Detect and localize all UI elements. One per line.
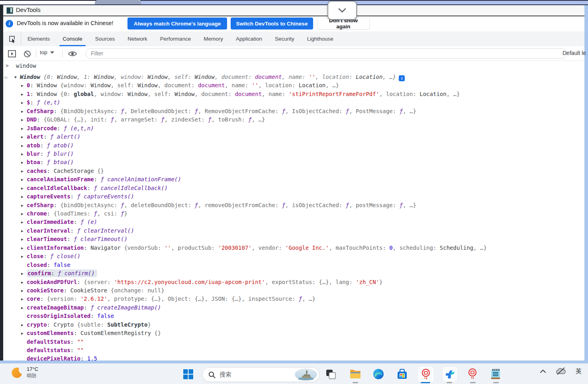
chanjet-tplus-button[interactable]: [442, 366, 458, 382]
console-row[interactable]: ▶1: Window {0: global, window: Window, s…: [3, 90, 584, 98]
disclosure-arrow[interactable]: ▶: [21, 124, 27, 133]
console-row[interactable]: ▶alert: ƒ alert(): [3, 133, 584, 141]
disclosure-arrow[interactable]: ▶: [21, 235, 27, 243]
disclosure-arrow[interactable]: ▶: [21, 252, 27, 261]
pinned-app-seal-button-2[interactable]: [466, 367, 479, 381]
console-row[interactable]: ▶captureEvents: ƒ captureEvents(): [3, 192, 584, 201]
start-button[interactable]: [181, 367, 195, 381]
inspect-element-button[interactable]: [3, 31, 21, 46]
disclosure-arrow[interactable]: ▶: [21, 286, 27, 295]
disclosure-arrow[interactable]: ▼: [14, 73, 20, 81]
disclosure-arrow[interactable]: ▶: [21, 167, 27, 175]
tab-elements[interactable]: Elements: [21, 31, 56, 46]
tray-expand-chevron-icon[interactable]: [540, 369, 546, 373]
console-row[interactable]: ▶clearInterval: ƒ clearInterval(): [3, 227, 584, 235]
console-row[interactable]: ▼Window {0: Window, 1: Window, window: W…: [3, 73, 584, 81]
dropdown-chevron-button[interactable]: [327, 1, 357, 20]
console-row[interactable]: ▶close: ƒ close(): [3, 252, 584, 261]
disclosure-arrow[interactable]: ▶: [21, 158, 27, 167]
switch-to-chinese-button[interactable]: Switch DevTools to Chinese: [231, 18, 313, 29]
console-row[interactable]: ▶crypto: Crypto {subtle: SubtleCrypto}: [3, 321, 584, 329]
pinned-app-seal-button[interactable]: [417, 366, 434, 383]
onedrive-paused-icon[interactable]: [556, 367, 566, 375]
disclosure-arrow[interactable]: ▶: [21, 210, 27, 218]
tab-security[interactable]: Security: [269, 31, 301, 46]
chevron-down-icon: [337, 8, 347, 13]
console-row[interactable]: ▶cookieAndPDfUrl: {server: 'https://c2.y…: [3, 278, 584, 286]
disclosure-arrow[interactable]: ▶: [21, 295, 27, 303]
console-row[interactable]: ▶cookieStore: CookieStore {onchange: nul…: [3, 286, 584, 295]
show-console-sidebar-button[interactable]: [7, 49, 17, 59]
tab-console[interactable]: Console: [56, 31, 89, 46]
disclosure-arrow[interactable]: ▶: [21, 269, 27, 278]
edge-browser-button[interactable]: [372, 367, 385, 381]
disclosure-arrow[interactable]: ▶: [21, 175, 27, 184]
console-row[interactable]: ▶cancelIdleCallback: ƒ cancelIdleCallbac…: [3, 184, 584, 192]
disclosure-arrow[interactable]: ▶: [21, 329, 27, 337]
console-row[interactable]: ▶core: {version: '2.6.12', prototype: {……: [3, 295, 584, 303]
tab-memory[interactable]: Memory: [197, 31, 229, 46]
disclosure-arrow[interactable]: ▶: [21, 90, 27, 98]
disclosure-arrow[interactable]: ▶: [21, 201, 27, 210]
console-row[interactable]: ▶DND: {GLOBAL: {…}, init: ƒ, arrangeSet:…: [3, 116, 584, 124]
console-row[interactable]: ▶chrome: {loadTimes: ƒ, csi: ƒ}: [3, 210, 584, 218]
live-expression-button[interactable]: [68, 49, 77, 59]
console-row[interactable]: ▶0: Window {window: Window, self: Window…: [3, 81, 584, 90]
console-input-row[interactable]: > window: [3, 61, 584, 72]
tab-performance[interactable]: Performance: [154, 31, 197, 46]
file-explorer-button[interactable]: [349, 367, 362, 381]
disclosure-arrow[interactable]: ▶: [21, 227, 27, 235]
disclosure-arrow[interactable]: ▶: [21, 218, 27, 226]
javascript-context-selector[interactable]: top: [40, 49, 54, 55]
console-row[interactable]: ▶createImageBitmap: ƒ createImageBitmap(…: [3, 304, 584, 312]
clear-console-button[interactable]: [22, 49, 32, 59]
console-filter-input[interactable]: [86, 48, 567, 59]
weather-widget[interactable]: 17°C 晴朗: [11, 366, 38, 379]
console-row[interactable]: ▶cancelAnimationFrame: ƒ cancelAnimation…: [3, 175, 584, 184]
tab-network[interactable]: Network: [121, 31, 154, 46]
disclosure-arrow[interactable]: ▶: [21, 98, 27, 107]
weather-condition: 晴朗: [27, 372, 38, 379]
disclosure-arrow[interactable]: ▶: [21, 321, 27, 329]
task-view-button[interactable]: [324, 367, 337, 381]
notepad-app-button[interactable]: [489, 367, 502, 381]
microsoft-store-button[interactable]: [395, 367, 409, 381]
console-row[interactable]: ▶btoa: ƒ btoa(): [3, 158, 584, 167]
disclosure-arrow[interactable]: ▶: [21, 244, 27, 252]
match-language-button[interactable]: Always match Chrome's language: [127, 18, 227, 29]
tab-application[interactable]: Application: [229, 31, 269, 46]
console-row[interactable]: ▶clientInformation: Navigator {vendorSub…: [3, 244, 584, 252]
console-row: devicePixelRatio: 1.5: [3, 355, 584, 360]
log-levels-selector[interactable]: Default le: [563, 50, 586, 56]
console-row[interactable]: ▶confirm: ƒ confirm(): [3, 269, 584, 278]
tab-lighthouse[interactable]: Lighthouse: [301, 31, 340, 46]
ime-language-indicator[interactable]: 英: [576, 368, 582, 375]
console-row[interactable]: ▶clearTimeout: ƒ clearTimeout(): [3, 235, 584, 243]
console-row[interactable]: ▶customElements: CustomElementRegistry {…: [3, 329, 584, 337]
disclosure-arrow[interactable]: ▶: [21, 107, 27, 116]
console-row[interactable]: ▶CefSharp: {BindObjectAsync: ƒ, DeleteBo…: [3, 107, 584, 116]
disclosure-arrow[interactable]: ▶: [21, 278, 27, 286]
console-row[interactable]: ▶$: ƒ (e,t): [3, 98, 584, 107]
disclosure-arrow[interactable]: ▶: [21, 141, 27, 150]
console-row[interactable]: ▶JsBarcode: ƒ (e,t,n): [3, 124, 584, 133]
console-row[interactable]: ▶cefSharp: {bindObjectAsync: ƒ, deleteBo…: [3, 201, 584, 210]
disclosure-arrow[interactable]: ▶: [21, 150, 27, 158]
disclosure-arrow[interactable]: ▶: [21, 81, 27, 90]
search-icon: [208, 371, 216, 378]
disclosure-arrow[interactable]: ▶: [21, 133, 27, 141]
disclosure-arrow[interactable]: ▶: [21, 184, 27, 192]
taskbar-search-box[interactable]: 搜索: [202, 367, 319, 382]
system-tray: 英: [540, 367, 582, 375]
folder-icon: [349, 369, 361, 379]
console-row[interactable]: ▶atob: ƒ atob(): [3, 141, 584, 150]
console-command: window: [16, 63, 36, 69]
disclosure-arrow[interactable]: ▶: [21, 116, 27, 124]
info-icon[interactable]: i: [399, 75, 405, 81]
disclosure-arrow[interactable]: ▶: [21, 304, 27, 312]
disclosure-arrow[interactable]: ▶: [21, 192, 27, 201]
tab-sources[interactable]: Sources: [89, 31, 122, 46]
console-row[interactable]: ▶clearImmediate: ƒ (e): [3, 218, 584, 226]
console-row[interactable]: ▶caches: CacheStorage {}: [3, 167, 584, 175]
console-row[interactable]: ▶blur: ƒ blur(): [3, 150, 584, 158]
